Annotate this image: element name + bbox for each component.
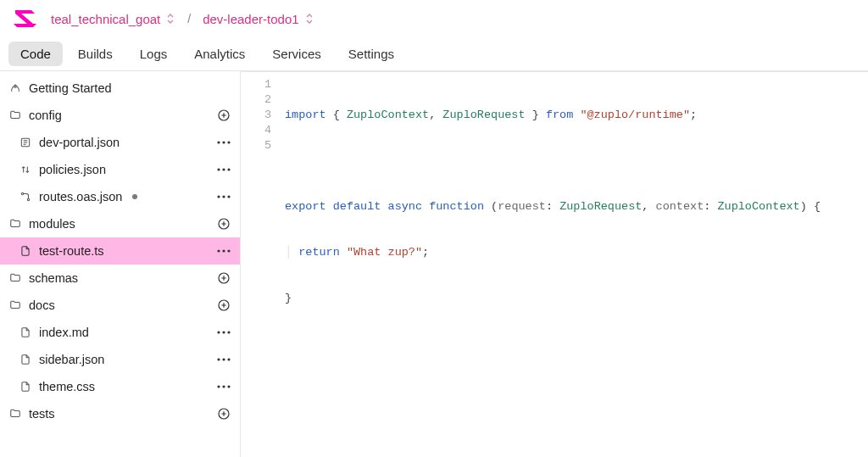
- svg-point-16: [222, 249, 225, 252]
- more-icon[interactable]: [216, 243, 231, 259]
- svg-point-10: [27, 198, 29, 200]
- line-number: 2: [241, 92, 271, 108]
- file-label: theme.css: [39, 380, 209, 393]
- file-index-md[interactable]: index.md: [0, 319, 240, 346]
- code-line: import { ZuploContext, ZuploRequest } fr…: [285, 108, 868, 123]
- svg-point-21: [222, 331, 225, 333]
- code-line: }: [285, 291, 868, 306]
- folder-schemas[interactable]: schemas: [0, 265, 240, 292]
- svg-point-28: [227, 385, 230, 387]
- more-icon[interactable]: [216, 135, 231, 150]
- code-line: export default async function (request: …: [285, 199, 868, 215]
- more-icon[interactable]: [216, 162, 231, 177]
- svg-point-23: [217, 358, 220, 360]
- add-icon[interactable]: [216, 406, 231, 421]
- more-icon[interactable]: [216, 352, 231, 367]
- updown-icon: [19, 164, 32, 176]
- selector-icon: [165, 14, 175, 24]
- svg-point-9: [21, 192, 23, 194]
- file-tree: Getting Started config dev-portal.json: [0, 71, 241, 457]
- svg-point-13: [227, 195, 230, 198]
- add-icon[interactable]: [216, 270, 231, 286]
- svg-point-0: [14, 86, 16, 87]
- file-sidebar-json[interactable]: sidebar.json: [0, 346, 240, 373]
- code-content[interactable]: import { ZuploContext, ZuploRequest } fr…: [281, 74, 868, 457]
- folder-label: schemas: [29, 271, 209, 285]
- tab-analytics[interactable]: Analytics: [182, 42, 257, 66]
- folder-icon: [8, 109, 22, 121]
- svg-point-4: [222, 141, 225, 143]
- file-routes[interactable]: routes.oas.json: [0, 183, 240, 210]
- modified-indicator-icon: [132, 194, 137, 199]
- breadcrumb-project-label: dev-leader-todo1: [203, 12, 298, 26]
- breadcrumb-org-label: teal_technical_goat: [51, 12, 160, 26]
- svg-point-11: [217, 195, 220, 198]
- folder-label: tests: [29, 407, 209, 421]
- tab-code[interactable]: Code: [8, 42, 63, 66]
- zuplo-logo: [12, 7, 39, 31]
- route-icon: [19, 191, 32, 203]
- file-icon: [19, 354, 32, 365]
- sidebar-item-label: Getting Started: [29, 81, 231, 95]
- more-icon[interactable]: [216, 379, 231, 394]
- svg-point-25: [227, 358, 230, 360]
- folder-icon: [8, 408, 22, 420]
- file-icon: [19, 326, 32, 338]
- file-label: policies.json: [39, 163, 209, 176]
- add-icon[interactable]: [216, 108, 231, 123]
- file-dev-portal[interactable]: dev-portal.json: [0, 129, 240, 156]
- svg-point-5: [227, 141, 230, 143]
- svg-point-26: [217, 385, 220, 387]
- line-number: 3: [241, 108, 271, 123]
- add-icon[interactable]: [216, 216, 231, 231]
- breadcrumb-project[interactable]: dev-leader-todo1: [203, 12, 314, 26]
- svg-point-6: [217, 168, 220, 170]
- folder-tests[interactable]: tests: [0, 400, 240, 427]
- more-icon[interactable]: [216, 189, 231, 204]
- topbar: teal_technical_goat / dev-leader-todo1: [0, 0, 868, 37]
- line-gutter: 1 2 3 4 5: [241, 74, 281, 457]
- file-label: routes.oas.json: [39, 190, 122, 203]
- svg-point-27: [222, 385, 225, 387]
- code-line: │ return "What zup?";: [285, 245, 868, 260]
- folder-icon: [8, 272, 22, 284]
- file-label: dev-portal.json: [39, 136, 209, 149]
- add-icon[interactable]: [216, 298, 231, 313]
- tab-builds[interactable]: Builds: [66, 42, 125, 66]
- tab-services[interactable]: Services: [260, 42, 333, 66]
- line-number: 4: [241, 123, 271, 138]
- folder-label: config: [29, 109, 209, 122]
- folder-config[interactable]: config: [0, 102, 240, 129]
- folder-docs[interactable]: docs: [0, 292, 240, 319]
- more-icon[interactable]: [216, 325, 231, 340]
- tab-settings[interactable]: Settings: [337, 42, 406, 66]
- code-line: [285, 153, 868, 169]
- file-label: index.md: [39, 326, 209, 339]
- tab-logs[interactable]: Logs: [128, 42, 180, 66]
- svg-point-3: [217, 141, 220, 143]
- sidebar-item-getting-started[interactable]: Getting Started: [0, 75, 240, 102]
- folder-icon: [8, 299, 22, 311]
- file-test-route[interactable]: test-route.ts: [0, 237, 240, 265]
- line-number: 5: [241, 138, 271, 153]
- file-icon: [19, 137, 32, 148]
- breadcrumb-separator: /: [187, 12, 191, 25]
- svg-point-8: [227, 168, 230, 170]
- line-number: 1: [241, 77, 271, 92]
- folder-modules[interactable]: modules: [0, 210, 240, 237]
- nav-tabs: Code Builds Logs Analytics Services Sett…: [0, 37, 868, 71]
- file-label: test-route.ts: [39, 244, 209, 258]
- folder-label: modules: [29, 217, 209, 231]
- code-editor[interactable]: 1 2 3 4 5 import { ZuploContext, ZuploRe…: [241, 71, 868, 457]
- file-label: sidebar.json: [39, 353, 209, 366]
- svg-point-15: [217, 249, 220, 252]
- breadcrumb-org[interactable]: teal_technical_goat: [51, 12, 175, 26]
- folder-label: docs: [29, 298, 209, 312]
- svg-point-24: [222, 358, 225, 360]
- svg-point-22: [227, 331, 230, 333]
- file-icon: [19, 381, 32, 393]
- file-theme-css[interactable]: theme.css: [0, 373, 240, 400]
- file-icon: [19, 245, 32, 257]
- file-policies[interactable]: policies.json: [0, 156, 240, 183]
- rocket-icon: [8, 82, 22, 94]
